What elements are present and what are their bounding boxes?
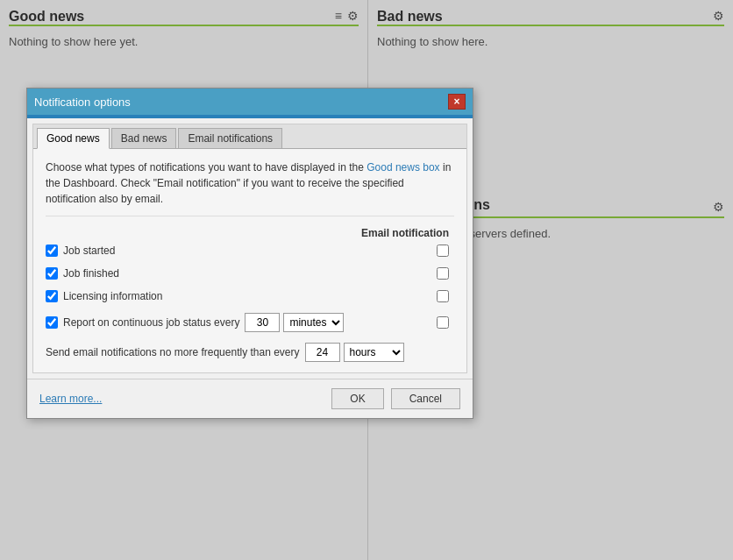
modal-title: Notification options xyxy=(34,96,131,109)
licensing-info-email-checkbox[interactable] xyxy=(437,290,449,302)
continuous-row: Report on continuous job status every mi… xyxy=(46,313,454,332)
send-email-unit-select[interactable]: hours minutes days xyxy=(344,343,404,362)
job-finished-label: Job finished xyxy=(63,267,437,280)
footer-buttons: OK Cancel xyxy=(331,388,460,409)
continuous-email-checkbox[interactable] xyxy=(437,316,449,329)
ok-button[interactable]: OK xyxy=(331,388,383,409)
continuous-unit-select[interactable]: minutes hours days xyxy=(283,313,344,332)
good-news-link[interactable]: Good news box xyxy=(366,161,439,174)
job-started-checkbox[interactable] xyxy=(46,245,58,257)
tab-bad-news[interactable]: Bad news xyxy=(111,128,177,148)
job-started-row: Job started xyxy=(46,245,454,260)
modal-stripe xyxy=(27,115,473,118)
licensing-info-checkbox[interactable] xyxy=(46,290,58,302)
notification-options-modal: Notification options × Good news Bad new… xyxy=(26,88,473,419)
description-text: Choose what types of notifications you w… xyxy=(46,159,454,216)
tab-email-notifications[interactable]: Email notifications xyxy=(178,128,282,148)
modal-tabs: Good news Bad news Email notifications xyxy=(33,124,466,149)
licensing-info-label: Licensing information xyxy=(63,290,437,302)
cancel-button[interactable]: Cancel xyxy=(391,388,460,409)
job-finished-checkbox[interactable] xyxy=(46,267,58,280)
continuous-checkbox[interactable] xyxy=(46,316,58,329)
modal-overlay: Notification options × Good news Bad new… xyxy=(0,0,733,560)
send-email-row: Send email notifications no more frequen… xyxy=(46,343,454,362)
modal-titlebar: Notification options × xyxy=(27,89,473,115)
tab-good-news-content: Choose what types of notifications you w… xyxy=(33,149,466,372)
email-notification-header: Email notification xyxy=(361,227,449,239)
job-started-email-checkbox[interactable] xyxy=(437,245,449,257)
job-finished-row: Job finished xyxy=(46,267,454,283)
licensing-info-row: Licensing information xyxy=(46,290,454,306)
continuous-label: Report on continuous job status every xyxy=(63,316,239,329)
modal-footer: Learn more... OK Cancel xyxy=(27,379,473,418)
job-finished-email-checkbox[interactable] xyxy=(437,267,449,280)
send-email-label: Send email notifications no more frequen… xyxy=(46,346,300,358)
job-started-label: Job started xyxy=(63,245,437,257)
continuous-value-input[interactable] xyxy=(245,313,280,332)
learn-more-link[interactable]: Learn more... xyxy=(39,393,102,405)
tab-good-news[interactable]: Good news xyxy=(37,128,110,149)
modal-content: Good news Bad news Email notifications C… xyxy=(32,124,467,373)
send-email-value-input[interactable] xyxy=(305,343,340,362)
modal-close-button[interactable]: × xyxy=(448,94,466,110)
email-notification-header-row: Email notification xyxy=(46,227,454,239)
